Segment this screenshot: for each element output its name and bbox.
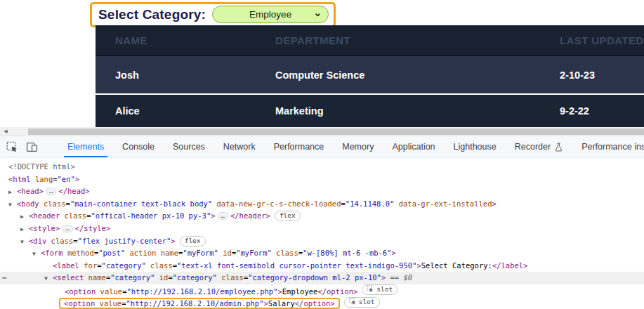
tab-network[interactable]: Network xyxy=(214,136,265,157)
tab-label: Memory xyxy=(342,142,374,152)
flask-icon xyxy=(554,143,563,152)
code-line[interactable]: ▼<form method="post" action name="myForm… xyxy=(0,247,644,260)
slot-badge[interactable]: slot xyxy=(344,297,380,308)
ellipsis-expander-icon[interactable]: … xyxy=(62,225,72,232)
tab-label: Console xyxy=(122,142,155,152)
code-token: <option xyxy=(64,299,95,308)
tab-label: Elements xyxy=(67,142,104,152)
code-token: </style> xyxy=(75,224,111,232)
expand-arrow-icon[interactable]: ▶ xyxy=(20,211,29,223)
table-row: JoshComputer Science2-10-23 xyxy=(96,56,644,93)
tab-memory[interactable]: Memory xyxy=(333,136,383,157)
code-line[interactable]: ▶<head>…</head> xyxy=(0,185,644,198)
scroll-left-button[interactable]: ◀ xyxy=(0,127,11,136)
code-line[interactable]: ⋯▼<select name="category" id="category" … xyxy=(0,272,644,284)
code-line[interactable]: <label for="category" class="text-xl fon… xyxy=(0,260,644,272)
code-token: "text-xl font-semibold cursor-pointer te… xyxy=(177,261,416,270)
code-token: for xyxy=(79,261,97,270)
tab-label: Application xyxy=(392,142,435,152)
code-token: class xyxy=(217,273,244,282)
code-line[interactable]: ▼<body class="main-container text-black … xyxy=(0,198,644,211)
tab-lighthouse[interactable]: Lighthouse xyxy=(445,136,506,157)
flex-badge[interactable]: flex xyxy=(275,211,301,221)
tab-recorder[interactable]: Recorder xyxy=(506,136,572,157)
code-line[interactable]: ▶<header class="offical-header px-10 py-… xyxy=(0,210,644,223)
tab-label: Lighthouse xyxy=(454,142,497,152)
expand-arrow-icon[interactable]: ▼ xyxy=(32,248,41,261)
code-line[interactable]: <!DOCTYPE html> xyxy=(0,161,644,173)
more-menu-icon[interactable]: ⋯ xyxy=(2,272,6,284)
table-row: AliceMarketing9-2-22 xyxy=(96,95,644,127)
code-line[interactable]: ▼<div class="flex justify-center">flex xyxy=(0,235,644,248)
badge-label: flex xyxy=(280,211,296,220)
code-token: </option> xyxy=(317,287,357,295)
code-line[interactable]: <option value="http://192.168.2.10/admin… xyxy=(0,297,644,309)
slot-badge[interactable]: slot xyxy=(362,284,397,295)
badge-label: slot xyxy=(359,298,375,306)
code-token: "myForm" xyxy=(236,249,272,257)
screenshot-root: Select Category: Employee ⌄ NAMEDEPARTME… xyxy=(0,0,644,309)
reveal-slot-icon xyxy=(349,298,357,305)
tab-label: Performance xyxy=(274,142,324,152)
ellipsis-expander-icon[interactable]: … xyxy=(218,212,228,220)
tab-application[interactable]: Application xyxy=(383,136,444,157)
code-token: id xyxy=(155,273,168,282)
code-line[interactable]: <html lang="en"> xyxy=(0,173,644,186)
tab-performance-insights[interactable]: Performance insights xyxy=(572,136,644,157)
code-token: "category-dropdown ml-2 px-10" xyxy=(248,273,381,282)
table-cell: Alice xyxy=(96,105,275,117)
ellipsis-expander-icon[interactable]: … xyxy=(46,188,56,195)
code-token: > xyxy=(171,237,175,245)
scrollbar-thumb[interactable] xyxy=(28,129,644,136)
code-token: Select Category: xyxy=(421,261,492,270)
table-cell: 2-10-23 xyxy=(560,70,644,81)
code-token: <head> xyxy=(17,187,44,195)
tab-label: Network xyxy=(223,142,256,152)
code-token: class xyxy=(272,249,298,257)
code-token: "category" xyxy=(110,273,155,282)
tab-label: Performance insights xyxy=(581,142,644,152)
expand-arrow-icon[interactable]: ▶ xyxy=(8,186,17,199)
table-cell: Computer Science xyxy=(275,70,560,81)
code-token: "main-container text-black body" xyxy=(70,199,212,208)
flex-badge[interactable]: flex xyxy=(180,236,206,246)
code-token: class xyxy=(46,237,73,245)
code-token: == $0 xyxy=(386,273,412,282)
expand-arrow-icon[interactable]: ▼ xyxy=(44,272,53,285)
code-token: data-new-gr-c-s-check-loaded xyxy=(212,199,341,208)
code-token: <div xyxy=(29,237,46,245)
code-token: <select xyxy=(53,273,84,282)
code-token: "w-[80%] mt-6 -mb-6" xyxy=(303,249,391,257)
tab-label: Recorder xyxy=(515,142,551,152)
devtools-toolbar-icons xyxy=(0,136,53,157)
tab-performance[interactable]: Performance xyxy=(265,136,334,157)
code-token: value xyxy=(95,299,121,308)
code-line[interactable]: <option value="http://192.168.2.10/emplo… xyxy=(0,284,644,297)
employee-table: NAMEDEPARTMENTLAST UPDATED JoshComputer … xyxy=(96,25,644,127)
code-token: "offical-header px-10 py-3" xyxy=(91,211,211,220)
annotation-select-category: Select Category: Employee ⌄ xyxy=(90,2,336,27)
tab-sources[interactable]: Sources xyxy=(164,136,214,157)
webpage-panel: Select Category: Employee ⌄ NAMEDEPARTME… xyxy=(0,0,644,127)
code-token: "myForm" xyxy=(183,249,218,257)
code-token: id xyxy=(218,249,232,257)
annotation-box: <option value="http://192.168.2.10/admin… xyxy=(59,298,340,309)
inspect-element-icon[interactable] xyxy=(4,139,20,154)
code-token: action xyxy=(125,249,156,257)
horizontal-scrollbar: ◀ xyxy=(0,127,644,136)
code-token: Employee xyxy=(282,287,318,295)
select-category-label[interactable]: Select Category: xyxy=(98,7,206,22)
expand-arrow-icon[interactable]: ▼ xyxy=(8,199,17,211)
tab-console[interactable]: Console xyxy=(113,136,164,157)
category-dropdown[interactable]: Employee ⌄ xyxy=(212,6,329,23)
expand-arrow-icon[interactable]: ▼ xyxy=(20,236,29,249)
code-token: "en" xyxy=(58,175,75,183)
tab-elements[interactable]: Elements xyxy=(58,136,113,157)
expand-arrow-icon[interactable]: ▶ xyxy=(20,223,29,236)
table-cell: 9-2-22 xyxy=(560,105,644,117)
table-header-cell: DEPARTMENT xyxy=(275,34,560,46)
code-token: Salary xyxy=(268,299,295,308)
code-line[interactable]: ▶<style>…</style> xyxy=(0,223,644,235)
device-toolbar-icon[interactable] xyxy=(24,139,39,154)
code-token: </option> xyxy=(295,299,335,308)
